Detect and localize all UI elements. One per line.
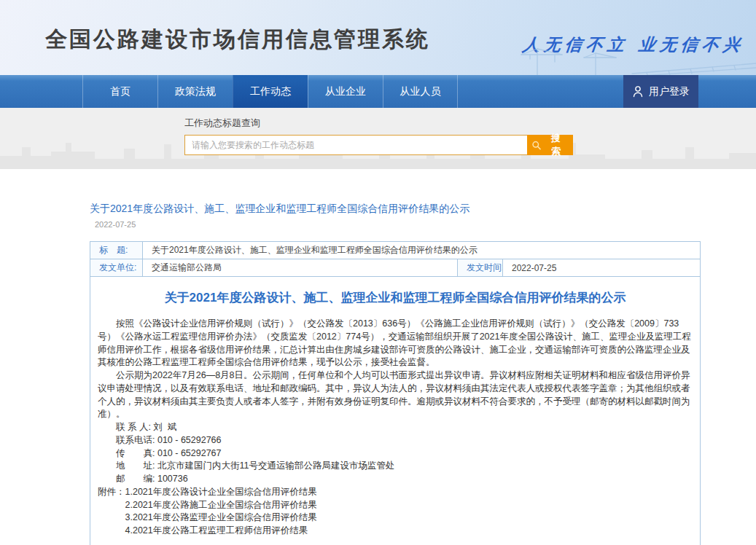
user-login-label: 用户登录: [649, 85, 690, 98]
nav-item-enterprises[interactable]: 从业企业: [308, 75, 383, 108]
contact-postcode: 邮 编: 100736: [98, 473, 693, 486]
nav-item-personnel[interactable]: 从业人员: [383, 75, 458, 108]
meta-date-value: 2022-07-25: [503, 259, 701, 277]
attachment-item: 3.2021年度公路监理企业全国综合信用评价结果: [125, 511, 317, 525]
nav-item-home[interactable]: 首页: [82, 75, 157, 108]
search-button[interactable]: 搜 索: [527, 135, 573, 155]
nav-item-work-news[interactable]: 工作动态: [233, 75, 308, 108]
article-paragraph: 按照《公路设计企业信用评价规则（试行）》（交公路发〔2013〕636号）《公路施…: [98, 318, 693, 369]
user-icon: [632, 85, 644, 98]
article-body: 关于2021年度公路设计、施工、监理企业和监理工程师全国综合信用评价结果的公示 …: [90, 277, 701, 545]
meta-unit-label: 发文单位:: [90, 259, 143, 277]
search-panel: 工作动态标题查询 搜 索: [184, 108, 756, 155]
attachment-item: 2.2021年度公路施工企业全国综合信用评价结果: [125, 499, 317, 512]
nav-item-policies[interactable]: 政策法规: [157, 75, 233, 108]
attachment-item: 4.2021年度公路工程监理工程师信用评价结果: [125, 525, 317, 538]
main-content: 关于2021年度公路设计、施工、监理企业和监理工程师全国综合信用评价结果的公示 …: [0, 169, 756, 545]
contact-fax: 传 真: 010 - 65292767: [98, 447, 693, 460]
search-label: 工作动态标题查询: [184, 117, 756, 130]
nav-spacer: [0, 75, 82, 108]
user-login-button[interactable]: 用户登录: [623, 75, 698, 108]
meta-title-value: 关于2021年度公路设计、施工、监理企业和监理工程师全国综合信用评价结果的公示: [143, 242, 701, 259]
contact-person: 联 系 人: 刘 斌: [98, 421, 693, 434]
site-title: 全国公路建设市场信用信息管理系统: [45, 25, 430, 55]
news-title-link[interactable]: 关于2021年度公路设计、施工、监理企业和监理工程师全国综合信用评价结果的公示: [90, 203, 469, 216]
document-meta-table: 标 题: 关于2021年度公路设计、施工、监理企业和监理工程师全国综合信用评价结…: [90, 241, 701, 277]
contact-address: 地 址: 北京市建国门内大街11号交通运输部公路局建设市场监管处: [98, 460, 693, 473]
contact-phone: 联系电话: 010 - 65292766: [98, 434, 693, 447]
meta-title-label: 标 题:: [90, 242, 143, 259]
news-date: 2022-07-25: [95, 220, 701, 229]
table-row: 发文单位: 交通运输部公路局 发文时间: 2022-07-25: [90, 259, 701, 277]
search-button-label: 搜 索: [545, 132, 569, 158]
table-row: 标 题: 关于2021年度公路设计、施工、监理企业和监理工程师全国综合信用评价结…: [90, 242, 701, 259]
site-header: 全国公路建设市场信用信息管理系统 人无信不立 业无信不兴: [0, 0, 756, 75]
attachments-block: 附件： 1.2021年度公路设计企业全国综合信用评价结果 2.2021年度公路施…: [98, 486, 693, 538]
search-icon: [531, 140, 542, 151]
main-navigation: 首页 政策法规 工作动态 从业企业 从业人员 用户登录: [0, 75, 756, 108]
search-row: 搜 索: [184, 135, 756, 155]
attachment-item: 1.2021年度公路设计企业全国综合信用评价结果: [125, 486, 317, 499]
construction-crane-decoration-icon: [508, 44, 756, 75]
search-input[interactable]: [184, 135, 527, 155]
article-paragraph: 公示期为2022年7月26—8月8日。公示期间，任何单位和个人均可以书面形式提出…: [98, 369, 693, 421]
search-section: 工作动态标题查询 搜 索: [0, 108, 756, 169]
meta-unit-value: 交通运输部公路局: [143, 259, 458, 277]
meta-date-label: 发文时间:: [458, 259, 503, 277]
article-heading: 关于2021年度公路设计、施工、监理企业和监理工程师全国综合信用评价结果的公示: [98, 289, 693, 306]
attachments-label: 附件：: [98, 486, 125, 538]
